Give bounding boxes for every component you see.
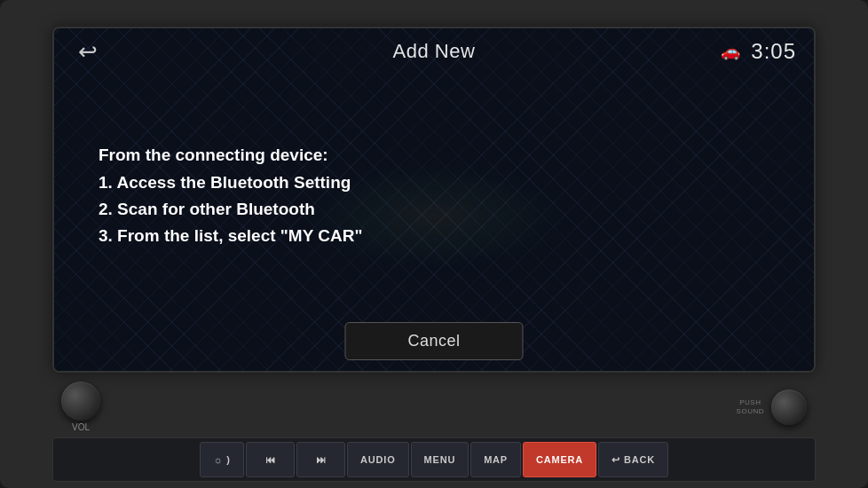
instruction-line-2: 2. Scan for other Bluetooth [99, 196, 769, 223]
audio-button[interactable]: AUDIO [347, 442, 408, 477]
back-arrow-icon: ↩ [78, 40, 98, 63]
menu-button[interactable]: MENU [411, 442, 470, 477]
push-sound-area: PUSHSOUND [737, 398, 764, 415]
back-hw-button[interactable]: ↩ BACK [598, 442, 668, 477]
controls-row: VOL PUSHSOUND [52, 382, 816, 432]
screen-header: ↩ Add New 🚗 3:05 [54, 28, 814, 75]
instruction-block: From the connecting device: 1. Access th… [99, 142, 769, 250]
infotainment-screen: ↩ Add New 🚗 3:05 From the connecting dev… [52, 27, 816, 373]
prev-track-button[interactable]: ⏮ [246, 442, 295, 477]
car-infotainment-unit: ↩ Add New 🚗 3:05 From the connecting dev… [0, 0, 868, 488]
menu-label: MENU [424, 454, 456, 465]
brightness-icon: ☼ [213, 454, 223, 465]
clock-display: 3:05 [751, 39, 796, 64]
audio-label: AUDIO [360, 454, 395, 465]
vol-label: VOL [72, 422, 90, 432]
camera-button[interactable]: CAMERA [523, 442, 596, 477]
back-hw-label: BACK [624, 454, 655, 465]
car-status-icon: 🚗 [721, 42, 740, 61]
header-right: 🚗 3:05 [721, 39, 796, 64]
back-button[interactable]: ↩ [72, 35, 104, 67]
cancel-button-wrap: Cancel [344, 322, 523, 360]
map-button[interactable]: MAP [470, 442, 521, 477]
push-sound-label: PUSHSOUND [737, 398, 764, 415]
prev-icon: ⏮ [265, 454, 276, 465]
vol-knob[interactable] [61, 382, 100, 421]
vol-knob-group: VOL [61, 382, 100, 432]
screen-title: Add New [393, 40, 476, 63]
cancel-button[interactable]: Cancel [344, 322, 523, 360]
sound-knob[interactable] [771, 390, 807, 425]
back-hw-icon: ↩ [612, 454, 620, 466]
brightness-moon-icon: ) [226, 454, 230, 465]
camera-label: CAMERA [536, 454, 583, 465]
instruction-line-0: From the connecting device: [99, 142, 769, 169]
instruction-line-1: 1. Access the Bluetooth Setting [99, 169, 769, 196]
next-icon: ⏭ [316, 454, 327, 465]
screen-content: From the connecting device: 1. Access th… [54, 75, 814, 309]
bottom-button-bar: ☼ ) ⏮ ⏭ AUDIO MENU MAP CAMERA ↩ BACK [52, 437, 816, 482]
next-track-button[interactable]: ⏭ [296, 442, 345, 477]
brightness-button[interactable]: ☼ ) [200, 442, 244, 477]
map-label: MAP [484, 454, 508, 465]
instruction-line-3: 3. From the list, select "MY CAR" [99, 223, 769, 249]
